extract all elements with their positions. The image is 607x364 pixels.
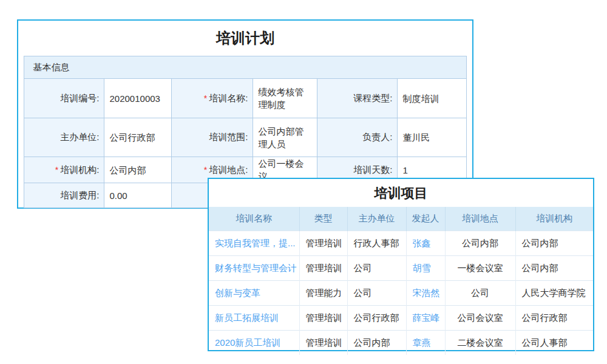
type-cell: 管理培训	[299, 306, 347, 331]
field-label-training-no: 培训编号:	[24, 79, 104, 118]
training-name-cell: 实现自我管理，提...	[209, 231, 299, 256]
table-header-row: 培训名称 类型 主办单位 发起人 培训地点 培训机构	[209, 207, 593, 231]
initiator-cell: 章燕	[406, 331, 445, 356]
location-cell: 公司	[445, 281, 515, 306]
location-cell: 公司会议室	[445, 306, 515, 331]
agency-cell: 公司内部	[515, 231, 593, 256]
host-unit-cell: 公司	[347, 256, 406, 281]
training-plan-title: 培训计划	[18, 21, 472, 56]
agency-cell: 人民大学商学院	[515, 281, 593, 306]
training-name-cell: 财务转型与管理会计	[209, 256, 299, 281]
type-cell: 管理培训	[299, 231, 347, 256]
table-row: 2020新员工培训 管理培训 公司内部 章燕 二楼会议室 公司人事部	[209, 331, 593, 356]
required-mark: *	[204, 165, 207, 175]
location-cell: 一楼会议室	[445, 256, 515, 281]
host-unit-cell: 行政人事部	[347, 231, 406, 256]
column-header-training-name: 培训名称	[209, 207, 299, 231]
initiator-link[interactable]: 胡雪	[413, 263, 431, 273]
training-name-link[interactable]: 实现自我管理，提...	[215, 238, 296, 248]
type-cell: 管理培训	[299, 331, 347, 356]
training-name-link[interactable]: 创新与变革	[215, 288, 260, 298]
initiator-link[interactable]: 张鑫	[413, 238, 431, 248]
column-header-location: 培训地点	[445, 207, 515, 231]
host-unit-cell: 公司行政部	[347, 306, 406, 331]
training-name-link[interactable]: 财务转型与管理会计	[215, 263, 297, 273]
table-row: 创新与变革 管理能力 公司 宋浩然 公司 人民大学商学院	[209, 281, 593, 306]
location-cell: 公司内部	[445, 231, 515, 256]
initiator-link[interactable]: 章燕	[413, 337, 431, 348]
training-projects-title: 培训项目	[209, 179, 593, 207]
column-header-agency: 培训机构	[515, 207, 593, 231]
location-cell: 二楼会议室	[445, 331, 515, 356]
form-row-1: 培训编号: 2020010003 *培训名称: 绩效考核管理制度 课程类型: 制…	[24, 79, 466, 118]
field-value-training-scope: 公司内部管理人员	[253, 118, 317, 157]
field-value-course-type: 制度培训	[398, 79, 466, 118]
initiator-cell: 薛宝峰	[406, 306, 445, 331]
training-name-link[interactable]: 新员工拓展培训	[215, 312, 279, 323]
training-projects-panel: 培训项目 培训名称 类型 主办单位 发起人 培训地点 培训机构 实现自我管理，提…	[208, 178, 594, 351]
type-cell: 管理培训	[299, 256, 347, 281]
field-value-host-unit: 公司行政部	[104, 118, 172, 157]
agency-cell: 公司内部	[515, 256, 593, 281]
column-header-type: 类型	[299, 207, 347, 231]
field-label-training-name: *培训名称:	[172, 79, 253, 118]
host-unit-cell: 公司	[347, 281, 406, 306]
field-label-training-cost: 培训费用:	[24, 183, 104, 208]
field-label-person-in-charge: 负责人:	[317, 118, 398, 157]
column-header-initiator: 发起人	[406, 207, 445, 231]
type-cell: 管理能力	[299, 281, 347, 306]
form-row-2: 主办单位: 公司行政部 培训范围: 公司内部管理人员 负责人: 董川民	[24, 118, 466, 157]
table-row: 财务转型与管理会计 管理培训 公司 胡雪 一楼会议室 公司内部	[209, 256, 593, 281]
field-label-course-type: 课程类型:	[317, 79, 398, 118]
field-value-training-agency: 公司内部	[104, 157, 172, 183]
required-mark: *	[204, 93, 207, 103]
agency-cell: 公司人事部	[515, 331, 593, 356]
initiator-link[interactable]: 薛宝峰	[413, 312, 440, 323]
field-label-training-agency: *培训机构:	[24, 157, 104, 183]
initiator-cell: 胡雪	[406, 256, 445, 281]
training-name-cell: 2020新员工培训	[209, 331, 299, 356]
section-header-basic-info: 基本信息	[24, 56, 466, 79]
training-name-cell: 新员工拓展培训	[209, 306, 299, 331]
table-row: 实现自我管理，提... 管理培训 行政人事部 张鑫 公司内部 公司内部	[209, 231, 593, 256]
training-name-cell: 创新与变革	[209, 281, 299, 306]
training-name-link[interactable]: 2020新员工培训	[215, 337, 280, 348]
field-label-host-unit: 主办单位:	[24, 118, 104, 157]
field-label-training-scope: 培训范围:	[172, 118, 253, 157]
required-mark: *	[55, 165, 58, 175]
table-row: 新员工拓展培训 管理培训 公司行政部 薛宝峰 公司会议室 公司行政部	[209, 306, 593, 331]
host-unit-cell: 公司内部	[347, 331, 406, 356]
initiator-cell: 张鑫	[406, 231, 445, 256]
field-value-training-cost: 0.00	[104, 183, 172, 208]
agency-cell: 公司行政部	[515, 306, 593, 331]
column-header-host-unit: 主办单位	[347, 207, 406, 231]
field-value-training-no: 2020010003	[104, 79, 172, 118]
initiator-cell: 宋浩然	[406, 281, 445, 306]
field-value-training-name: 绩效考核管理制度	[253, 79, 317, 118]
field-value-person-in-charge: 董川民	[398, 118, 466, 157]
initiator-link[interactable]: 宋浩然	[413, 288, 440, 298]
training-projects-table: 培训名称 类型 主办单位 发起人 培训地点 培训机构 实现自我管理，提... 管…	[209, 207, 593, 355]
